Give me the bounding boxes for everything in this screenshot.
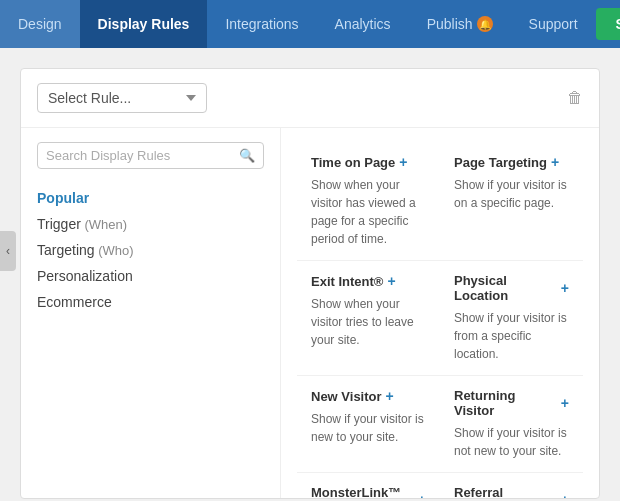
rule-add-physical-location[interactable]: + [561, 280, 569, 296]
tab-analytics[interactable]: Analytics [317, 0, 409, 48]
rule-item-exit-intent[interactable]: Exit Intent®+Show when your visitor trie… [297, 261, 440, 376]
rule-add-exit-intent[interactable]: + [387, 273, 395, 289]
tab-support[interactable]: Support [511, 0, 596, 48]
rule-select[interactable]: Select Rule... [37, 83, 207, 113]
sidebar-category-trigger[interactable]: Trigger (When) [37, 211, 264, 237]
tab-design[interactable]: Design [0, 0, 80, 48]
rule-item-monsterlink[interactable]: MonsterLink™ (On Click)+Show when the vi… [297, 473, 440, 498]
rule-add-referral-targeting[interactable]: + [561, 492, 569, 498]
search-input[interactable] [46, 148, 239, 163]
search-icon: 🔍 [239, 148, 255, 163]
sidebar-category-ecommerce[interactable]: Ecommerce [37, 289, 264, 315]
left-sidebar: 🔍 PopularTrigger (When)Targeting (Who)Pe… [21, 128, 281, 498]
rules-panel: Time on Page+Show when your visitor has … [281, 128, 599, 498]
tab-display-rules[interactable]: Display Rules [80, 0, 208, 48]
top-nav: Design Display Rules Integrations Analyt… [0, 0, 620, 48]
rule-add-page-targeting[interactable]: + [551, 154, 559, 170]
sidebar-categories: PopularTrigger (When)Targeting (Who)Pers… [37, 185, 264, 315]
sidebar-category-personalization[interactable]: Personalization [37, 263, 264, 289]
rule-add-monsterlink[interactable]: + [418, 492, 426, 498]
rule-selector-row: Select Rule... 🗑 [21, 69, 599, 128]
rule-item-referral-targeting[interactable]: Referral Targeting+Show if your visitor … [440, 473, 583, 498]
rule-item-returning-visitor[interactable]: Returning Visitor+Show if your visitor i… [440, 376, 583, 473]
left-arrow[interactable]: ‹ [0, 231, 16, 271]
rule-item-new-visitor[interactable]: New Visitor+Show if your visitor is new … [297, 376, 440, 473]
publish-badge: 🔔 [477, 16, 493, 32]
rule-add-returning-visitor[interactable]: + [561, 395, 569, 411]
rule-item-physical-location[interactable]: Physical Location+Show if your visitor i… [440, 261, 583, 376]
save-button[interactable]: Save [596, 8, 620, 40]
tab-integrations[interactable]: Integrations [207, 0, 316, 48]
rule-item-page-targeting[interactable]: Page Targeting+Show if your visitor is o… [440, 142, 583, 261]
sidebar-category-popular[interactable]: Popular [37, 185, 264, 211]
sidebar-category-targeting[interactable]: Targeting (Who) [37, 237, 264, 263]
main-area: Select Rule... 🗑 🔍 PopularTrigger (When)… [0, 48, 620, 501]
tab-publish[interactable]: Publish 🔔 [409, 0, 511, 48]
rule-add-new-visitor[interactable]: + [386, 388, 394, 404]
search-box: 🔍 [37, 142, 264, 169]
rule-item-time-on-page[interactable]: Time on Page+Show when your visitor has … [297, 142, 440, 261]
delete-rule-icon[interactable]: 🗑 [567, 89, 583, 107]
content-panel: 🔍 PopularTrigger (When)Targeting (Who)Pe… [21, 128, 599, 498]
rule-add-time-on-page[interactable]: + [399, 154, 407, 170]
display-rules-card: Select Rule... 🗑 🔍 PopularTrigger (When)… [20, 68, 600, 499]
